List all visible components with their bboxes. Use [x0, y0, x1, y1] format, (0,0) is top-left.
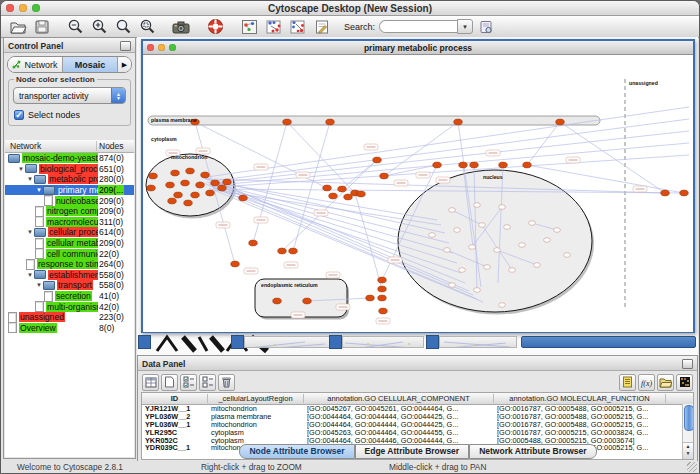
network-node-small[interactable]	[469, 245, 476, 250]
network-node-small[interactable]	[509, 268, 516, 273]
network-node-small[interactable]	[564, 253, 571, 258]
tab-mosaic[interactable]: Mosaic	[63, 57, 118, 72]
network-node[interactable]	[556, 119, 565, 125]
network-node[interactable]	[378, 286, 387, 292]
tree-row[interactable]: secretion41(0)	[5, 291, 134, 302]
help-lifering-icon[interactable]	[204, 17, 227, 36]
network-node[interactable]	[499, 162, 508, 168]
network-node-small[interactable]	[554, 228, 561, 233]
tree-row[interactable]: mosaic-demo-yeast874(0)	[5, 153, 134, 164]
attribute-browser-tab[interactable]: Edge Attribute Browser	[355, 444, 470, 459]
network-node[interactable]	[196, 182, 205, 188]
tree-row[interactable]: macromolecule311(0)	[5, 217, 134, 228]
network-node[interactable]	[181, 180, 190, 186]
search-settings-icon[interactable]	[474, 17, 497, 36]
tab-network[interactable]: Network	[8, 57, 63, 72]
expand-arrow-icon[interactable]: ▼	[35, 187, 43, 193]
tree-row[interactable]: cellular metabol209(0)	[5, 238, 134, 249]
network-node[interactable]	[523, 162, 532, 168]
network-node[interactable]	[201, 172, 210, 178]
background-window-fragment[interactable]	[439, 336, 517, 348]
network-node-small[interactable]	[474, 203, 481, 208]
network-node[interactable]	[366, 295, 375, 301]
network-node-small[interactable]	[459, 268, 466, 273]
background-window-fragment[interactable]	[521, 336, 696, 348]
resize-grip[interactable]	[687, 462, 697, 472]
save-session-icon[interactable]	[30, 17, 53, 36]
network-node[interactable]	[378, 277, 387, 283]
network-node-small[interactable]	[499, 205, 506, 210]
network-node-small[interactable]	[449, 283, 456, 288]
layout-2-icon[interactable]	[286, 17, 309, 36]
network-node-small[interactable]	[449, 208, 456, 213]
network-edge[interactable]	[342, 160, 377, 189]
zoom-fit-icon[interactable]	[112, 17, 135, 36]
tree-row[interactable]: ▼transport558(0)	[5, 280, 134, 291]
unselect-attributes-icon[interactable]	[199, 374, 216, 391]
float-control-panel-icon[interactable]	[120, 41, 131, 51]
network-node[interactable]	[218, 185, 227, 191]
table-column-header[interactable]: _cellularLayoutRegion	[208, 394, 304, 403]
select-nodes-checkbox[interactable]: ✓	[14, 110, 24, 120]
zoom-out-icon[interactable]	[64, 17, 87, 36]
network-node[interactable]	[273, 298, 282, 304]
tree-row[interactable]: ▼cellular process614(0)	[5, 227, 134, 238]
network-node[interactable]	[289, 248, 298, 254]
expand-arrow-icon[interactable]: ▼	[17, 166, 25, 172]
network-node[interactable]	[326, 119, 335, 125]
expand-arrow-icon[interactable]: ▼	[26, 176, 34, 182]
tree-row[interactable]: ▼establishment of lo558(0)	[5, 270, 134, 281]
network-node[interactable]	[171, 170, 180, 176]
network-node[interactable]	[283, 119, 292, 125]
network-node-small[interactable]	[504, 225, 511, 230]
network-node[interactable]	[149, 173, 158, 179]
tree-column-nodes[interactable]: Nodes	[97, 141, 134, 151]
expand-arrow-icon[interactable]: ▼	[35, 282, 43, 288]
zoom-in-icon[interactable]	[88, 17, 111, 36]
attribute-matrix-icon[interactable]	[676, 374, 693, 391]
network-node-small[interactable]	[474, 288, 481, 293]
snapshot-camera-icon[interactable]	[170, 17, 193, 36]
network-node[interactable]	[433, 162, 442, 168]
network-node[interactable]	[211, 180, 220, 186]
network-node[interactable]	[338, 186, 347, 192]
tree-row[interactable]: ▼primary metabol209(...	[5, 185, 134, 196]
network-node[interactable]	[454, 119, 463, 125]
network-node[interactable]	[357, 191, 366, 197]
network-node[interactable]	[661, 190, 670, 196]
tabs-overflow-arrow-icon[interactable]: ▶	[118, 57, 131, 72]
network-node[interactable]	[373, 157, 382, 163]
network-node[interactable]	[206, 190, 215, 196]
background-window-fragment[interactable]	[329, 335, 342, 349]
search-input[interactable]	[379, 20, 457, 33]
network-node[interactable]	[223, 179, 232, 185]
network-node[interactable]	[459, 162, 468, 168]
attribute-list-icon[interactable]	[619, 374, 636, 391]
attribute-browser-tab[interactable]: Network Attribute Browser	[469, 444, 596, 459]
tree-row[interactable]: multi-organism pro42(0)	[5, 301, 134, 312]
network-node[interactable]	[186, 168, 195, 174]
background-window-fragment[interactable]	[231, 335, 244, 349]
network-node[interactable]	[470, 162, 479, 168]
tree-row[interactable]: ▼metabolic process280(0)	[5, 174, 134, 185]
network-node[interactable]	[191, 192, 200, 198]
background-window-fragment[interactable]	[342, 336, 424, 348]
network-node[interactable]	[168, 198, 177, 204]
network-node[interactable]	[379, 308, 388, 314]
network-node-small[interactable]	[494, 248, 501, 253]
tree-row[interactable]: unassigned223(0)	[5, 312, 134, 323]
annotation-icon[interactable]	[310, 17, 333, 36]
tree-row[interactable]: Overview8(0)	[5, 323, 134, 334]
delete-attribute-icon[interactable]	[218, 374, 235, 391]
network-canvas[interactable]: plasma membranecytoplasmmitochondrionnuc…	[143, 55, 693, 332]
float-data-panel-icon[interactable]	[682, 359, 693, 369]
expand-arrow-icon[interactable]: ▼	[26, 272, 34, 278]
expand-arrow-icon[interactable]: ▼	[26, 229, 34, 235]
network-node[interactable]	[278, 248, 287, 254]
network-node[interactable]	[249, 240, 258, 246]
network-node[interactable]	[147, 185, 156, 191]
import-attributes-icon[interactable]	[657, 374, 674, 391]
vizmapper-icon[interactable]	[238, 17, 261, 36]
search-dropdown-icon[interactable]: ▼	[457, 19, 473, 34]
tree-row[interactable]: nitrogen compo209(0)	[5, 206, 134, 217]
